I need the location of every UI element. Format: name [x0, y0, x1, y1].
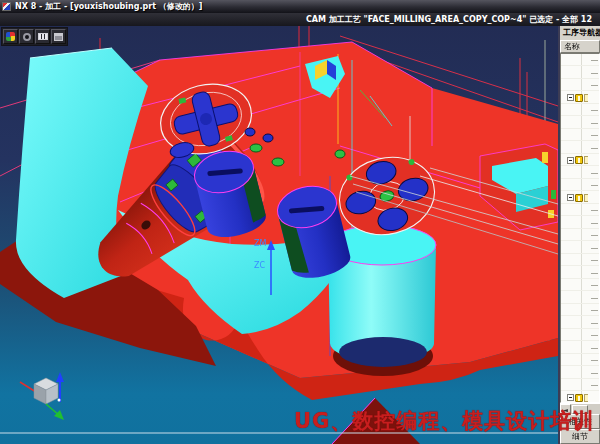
palette-icon[interactable] — [3, 29, 18, 44]
operation-tree-item[interactable] — [561, 392, 599, 404]
tree-row[interactable] — [561, 204, 599, 216]
tree-row[interactable] — [561, 354, 599, 366]
tree-row[interactable] — [561, 104, 599, 116]
operation-status-icon — [584, 194, 588, 202]
tree-row[interactable] — [561, 367, 599, 379]
operation-status-icon — [584, 94, 588, 102]
tree-horizontal-scrollbar[interactable]: ◄ — [560, 403, 600, 414]
mini-toolbar — [1, 27, 68, 46]
record-icon[interactable] — [19, 29, 34, 44]
tree-row[interactable] — [561, 179, 599, 191]
grid-icon[interactable] — [35, 29, 50, 44]
tree-row[interactable] — [561, 242, 599, 254]
tree-row[interactable] — [561, 304, 599, 316]
tree-row[interactable] — [561, 129, 599, 141]
status-message: CAM 加工工艺 "FACE_MILLING_AREA_COPY_COP~4" … — [306, 14, 592, 25]
collapse-icon[interactable] — [567, 94, 574, 101]
operation-icon — [575, 194, 583, 202]
tree-row[interactable] — [561, 267, 599, 279]
title-bar: NX 8 - 加工 - [youxishoubing.prt （修改的）] — [0, 0, 600, 13]
details-section-button[interactable]: 细节 — [560, 429, 600, 444]
tree-row[interactable] — [561, 279, 599, 291]
tree-row[interactable] — [561, 117, 599, 129]
window-title: NX 8 - 加工 - [youxishoubing.prt （修改的）] — [15, 1, 202, 12]
tree-row[interactable] — [561, 142, 599, 154]
operation-status-icon — [584, 394, 588, 402]
operation-navigator-panel: 工序导航器 名称 ◄ 相关性 细节 — [558, 26, 600, 444]
navigator-column-header[interactable]: 名称 — [560, 40, 600, 53]
wcs-label-zm: ZM — [254, 239, 266, 248]
operation-icon — [575, 394, 583, 402]
graphics-viewport[interactable]: ZM ZC — [0, 26, 558, 444]
scroll-left-arrow-icon[interactable]: ◄ — [560, 404, 571, 415]
tree-row[interactable] — [561, 342, 599, 354]
tree-row[interactable] — [561, 167, 599, 179]
operation-status-icon — [584, 156, 588, 164]
wcs-label-zc: ZC — [254, 261, 265, 270]
collapse-icon[interactable] — [567, 394, 574, 401]
dependencies-section-button[interactable]: 相关性 — [560, 414, 600, 429]
tree-row[interactable] — [561, 379, 599, 391]
tree-row[interactable] — [561, 254, 599, 266]
mold-3d-model[interactable]: ZM ZC — [0, 26, 558, 444]
tree-row[interactable] — [561, 229, 599, 241]
collapse-icon[interactable] — [567, 157, 574, 164]
navigator-title: 工序导航器 — [560, 26, 600, 40]
tree-row[interactable] — [561, 54, 599, 66]
scrollbar-thumb[interactable] — [572, 405, 588, 414]
operation-icon — [575, 156, 583, 164]
watermark-wedge — [332, 398, 420, 444]
operation-tree[interactable] — [560, 53, 600, 403]
nx-logo-icon — [2, 2, 11, 11]
tree-row[interactable] — [561, 217, 599, 229]
status-bar: CAM 加工工艺 "FACE_MILLING_AREA_COPY_COP~4" … — [0, 13, 600, 26]
window-icon[interactable] — [51, 29, 66, 44]
collapse-icon[interactable] — [567, 194, 574, 201]
tree-row[interactable] — [561, 317, 599, 329]
nx-application-window: NX 8 - 加工 - [youxishoubing.prt （修改的）] CA… — [0, 0, 600, 444]
tree-row[interactable] — [561, 329, 599, 341]
tree-row[interactable] — [561, 292, 599, 304]
view-triad[interactable] — [20, 372, 64, 420]
operation-tree-item[interactable] — [561, 192, 599, 204]
operation-tree-item[interactable] — [561, 92, 599, 104]
operation-icon — [575, 94, 583, 102]
operation-tree-item[interactable] — [561, 154, 599, 166]
tree-row[interactable] — [561, 79, 599, 91]
tree-row[interactable] — [561, 67, 599, 79]
